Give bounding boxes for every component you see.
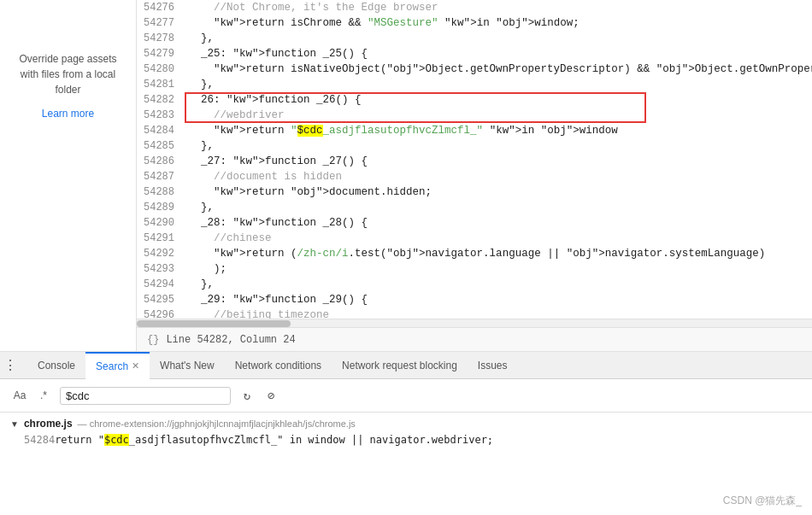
regex-button[interactable]: .* <box>34 386 53 405</box>
table-row: 54282 26: "kw">function _26() { <box>137 92 812 108</box>
result-filename: chrome.js <box>24 418 73 430</box>
code-content[interactable]: 54276 //Not Chrome, it's the Edge browse… <box>137 0 812 319</box>
line-number: 54296 <box>137 307 185 319</box>
line-code: }, <box>185 200 812 215</box>
table-row: 54286 _27: "kw">function _27() { <box>137 154 812 169</box>
learn-more-link[interactable]: Learn more <box>42 108 94 120</box>
panel-dots-icon[interactable]: ⋮ <box>3 357 17 373</box>
cursor-icon: {} <box>147 334 159 346</box>
search-panel: Aa .* ↻ ⊘ <box>0 379 812 413</box>
tab-network-conditions-label: Network conditions <box>235 360 321 372</box>
line-code: //webdriver <box>185 108 812 123</box>
line-number: 54278 <box>137 31 185 46</box>
tab-search-label: Search <box>96 360 128 372</box>
code-wrapper: 54276 //Not Chrome, it's the Edge browse… <box>137 0 812 319</box>
result-path: — chrome-extension://jgphnjokjhjlcnnajmf… <box>78 418 356 429</box>
match-case-label: Aa <box>14 389 26 401</box>
table-row: 54289 }, <box>137 200 812 215</box>
line-number: 54282 <box>137 92 185 108</box>
line-code: _25: "kw">function _25() { <box>185 46 812 61</box>
tab-search[interactable]: Search ✕ <box>85 352 150 379</box>
table-row: 54295 _29: "kw">function _29() { <box>137 292 812 307</box>
table-row: 54280 "kw">return isNativeObject("obj">O… <box>137 61 812 77</box>
line-number: 54292 <box>137 246 185 261</box>
line-code: }, <box>185 31 812 46</box>
line-code: }, <box>185 77 812 92</box>
bottom-panel: ⋮ Console Search ✕ What's New Network co… <box>0 351 812 515</box>
line-number: 54276 <box>137 0 185 15</box>
result-line-content: return "$cdc_asdjflasutopfhvcZlmcfl_" in… <box>55 434 493 446</box>
clear-button[interactable]: ⊘ <box>262 386 280 405</box>
search-input[interactable] <box>66 389 203 402</box>
table-row: 54276 //Not Chrome, it's the Edge browse… <box>137 0 812 15</box>
table-row: 54283 //webdriver <box>137 108 812 123</box>
sidebar-description: Override page assets with files from a l… <box>10 51 126 97</box>
result-line-row[interactable]: 54284 return "$cdc_asdjflasutopfhvcZlmcf… <box>0 431 812 448</box>
result-file-row: ▼ chrome.js — chrome-extension://jgphnjo… <box>0 416 812 431</box>
refresh-icon: ↻ <box>244 389 250 403</box>
line-number: 54285 <box>137 138 185 154</box>
table-row: 54287 //document is hidden <box>137 169 812 184</box>
line-number: 54295 <box>137 292 185 307</box>
tab-network-request-blocking-label: Network request blocking <box>342 360 457 372</box>
table-row: 54293 ); <box>137 261 812 277</box>
line-code: _29: "kw">function _29() { <box>185 292 812 307</box>
line-number: 54277 <box>137 15 185 31</box>
status-text: Line 54282, Column 24 <box>166 334 295 346</box>
clear-icon: ⊘ <box>268 389 274 403</box>
table-row: 54294 }, <box>137 277 812 292</box>
tab-whats-new[interactable]: What's New <box>150 352 225 379</box>
match-case-button[interactable]: Aa <box>10 386 29 405</box>
code-panel: 54276 //Not Chrome, it's the Edge browse… <box>137 0 812 351</box>
results-area[interactable]: ▼ chrome.js — chrome-extension://jgphnjo… <box>0 413 812 515</box>
line-number: 54279 <box>137 46 185 61</box>
tab-console[interactable]: Console <box>27 352 85 379</box>
result-line-num: 54284 <box>24 434 55 446</box>
tab-issues-label: Issues <box>478 360 508 372</box>
tab-issues[interactable]: Issues <box>468 352 518 379</box>
line-code: "kw">return (/zh-cn/i.test("obj">navigat… <box>185 246 812 261</box>
line-number: 54283 <box>137 108 185 123</box>
table-row: 54288 "kw">return "obj">document.hidden; <box>137 184 812 200</box>
line-code: //beijing timezone <box>185 307 812 319</box>
code-table: 54276 //Not Chrome, it's the Edge browse… <box>137 0 812 319</box>
line-number: 54280 <box>137 61 185 77</box>
watermark: CSDN @猫先森_ <box>723 494 802 508</box>
scrollbar-thumb[interactable] <box>137 320 291 327</box>
result-highlight: $cdc <box>104 434 129 446</box>
line-number: 54287 <box>137 169 185 184</box>
line-number: 54288 <box>137 184 185 200</box>
sidebar: Override page assets with files from a l… <box>0 0 137 351</box>
line-code: //Not Chrome, it's the Edge browser <box>185 0 812 15</box>
tab-network-conditions[interactable]: Network conditions <box>225 352 332 379</box>
line-code: _28: "kw">function _28() { <box>185 215 812 231</box>
search-input-wrapper <box>60 387 231 405</box>
line-code: "kw">return isChrome && "MSGesture" "kw"… <box>185 15 812 31</box>
status-bar: {} Line 54282, Column 24 <box>137 327 812 351</box>
tab-console-label: Console <box>38 360 75 372</box>
line-code: "kw">return isNativeObject("obj">Object.… <box>185 61 812 77</box>
table-row: 54284 "kw">return "$cdc_asdjflasutopfhvc… <box>137 123 812 138</box>
table-row: 54278 }, <box>137 31 812 46</box>
table-row: 54285 }, <box>137 138 812 154</box>
refresh-button[interactable]: ↻ <box>238 386 256 405</box>
line-number: 54293 <box>137 261 185 277</box>
line-code: ); <box>185 261 812 277</box>
line-number: 54290 <box>137 215 185 231</box>
table-row: 54296 //beijing timezone <box>137 307 812 319</box>
tab-search-close[interactable]: ✕ <box>132 360 139 372</box>
line-number: 54289 <box>137 200 185 215</box>
triangle-icon: ▼ <box>10 419 19 429</box>
line-code: //chinese <box>185 231 812 246</box>
line-code: }, <box>185 138 812 154</box>
table-row: 54277 "kw">return isChrome && "MSGesture… <box>137 15 812 31</box>
table-row: 54290 _28: "kw">function _28() { <box>137 215 812 231</box>
line-code: }, <box>185 277 812 292</box>
line-number: 54281 <box>137 77 185 92</box>
line-code: //document is hidden <box>185 169 812 184</box>
table-row: 54281 }, <box>137 77 812 92</box>
horizontal-scrollbar[interactable] <box>137 319 812 327</box>
search-options: Aa .* <box>10 386 53 405</box>
line-number: 54291 <box>137 231 185 246</box>
tab-network-request-blocking[interactable]: Network request blocking <box>332 352 468 379</box>
